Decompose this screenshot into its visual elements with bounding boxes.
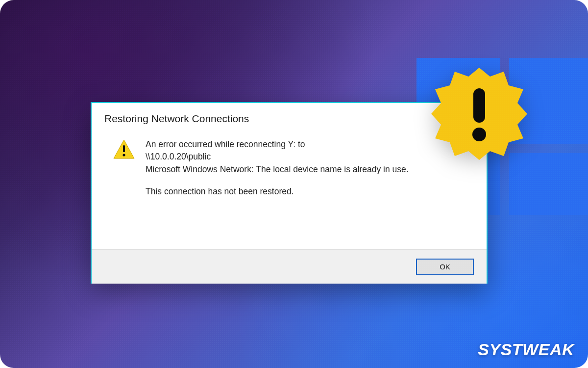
- error-dialog: Restoring Network Connections An error o…: [91, 102, 488, 284]
- svg-rect-1: [123, 145, 125, 152]
- message-line: Microsoft Windows Network: The local dev…: [146, 163, 409, 176]
- dialog-footer: OK: [92, 249, 487, 284]
- warning-triangle-icon: [113, 139, 135, 159]
- message-line: \\10.0.0.20\public: [146, 151, 409, 163]
- dialog-title: Restoring Network Connections: [104, 113, 474, 125]
- message-line: This connection has not been restored.: [146, 185, 409, 198]
- alert-starburst-badge: [430, 65, 528, 163]
- ok-button[interactable]: OK: [416, 259, 474, 275]
- svg-point-5: [472, 128, 486, 141]
- message-line: An error occurred while reconnecting Y: …: [146, 138, 409, 151]
- brand-watermark: SYSTWEAK: [478, 340, 574, 359]
- dialog-message: An error occurred while reconnecting Y: …: [146, 138, 409, 198]
- promo-background: Restoring Network Connections An error o…: [0, 0, 588, 368]
- svg-point-2: [122, 154, 125, 156]
- svg-rect-4: [473, 88, 485, 123]
